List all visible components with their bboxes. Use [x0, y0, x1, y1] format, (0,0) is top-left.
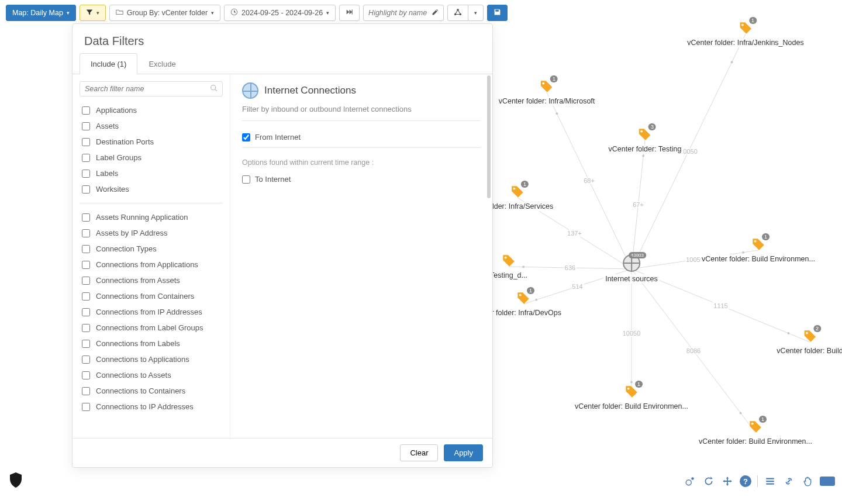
node-badge: 1 — [550, 75, 558, 82]
node-label: vCenter folder: Build Environmen... — [697, 437, 814, 446]
help-icon[interactable]: ? — [740, 475, 751, 487]
scrollbar[interactable] — [487, 75, 491, 198]
map-node[interactable]: 1vCenter folder: Build Environmen... — [697, 419, 814, 446]
group-by-button[interactable]: Group By: vCenter folder ▾ — [109, 5, 220, 21]
filter-item[interactable]: Worksites — [80, 181, 223, 197]
filter-item[interactable]: Connections to Containers — [80, 383, 223, 399]
node-badge: 43803 — [629, 252, 646, 258]
checkbox-input[interactable] — [82, 154, 90, 162]
checkbox-input[interactable] — [82, 292, 90, 301]
svg-point-35 — [211, 85, 216, 90]
filter-button[interactable]: ▾ — [80, 5, 106, 21]
panel-footer: Clear Apply — [73, 438, 492, 467]
filter-item[interactable]: Connections from Assets — [80, 272, 223, 288]
tab-include[interactable]: Include (1) — [80, 53, 137, 74]
graph-icon — [454, 8, 462, 18]
svg-point-22 — [740, 412, 742, 414]
checkbox-input[interactable] — [82, 185, 90, 194]
checkbox-input[interactable] — [82, 403, 90, 411]
pencil-icon[interactable] — [432, 9, 439, 18]
svg-point-30 — [519, 294, 522, 296]
globe-icon: 43803 — [623, 254, 640, 272]
checkbox-input[interactable] — [242, 175, 250, 184]
checkbox-input[interactable] — [82, 106, 90, 115]
save-button[interactable] — [487, 5, 508, 21]
filter-item[interactable]: Connections to Assets — [80, 367, 223, 383]
svg-line-13 — [509, 267, 632, 269]
checkbox-input[interactable] — [82, 387, 90, 395]
highlight-input[interactable] — [368, 9, 427, 17]
checkbox-input[interactable] — [82, 245, 90, 253]
globe-icon — [242, 82, 258, 99]
filter-item[interactable]: Connections to Applications — [80, 351, 223, 367]
checkbox-input[interactable] — [82, 308, 90, 316]
filter-item[interactable]: Connections from Label Groups — [80, 320, 223, 336]
link-icon[interactable] — [782, 475, 795, 488]
chevron-down-icon: ▾ — [474, 10, 477, 16]
internet-sources-node[interactable]: 43803 Internet sources — [603, 254, 660, 284]
edge-label: 10050 — [622, 330, 642, 337]
filter-item[interactable]: Connections from Containers — [80, 288, 223, 304]
filter-item[interactable]: Connection Types — [80, 241, 223, 257]
checkbox-input[interactable] — [82, 261, 90, 269]
search-filter-input[interactable] — [85, 85, 210, 93]
checkbox-input[interactable] — [82, 213, 90, 222]
checkbox-input[interactable] — [82, 324, 90, 332]
svg-line-15 — [523, 269, 632, 304]
checkbox-input[interactable] — [82, 170, 90, 178]
to-internet-checkbox[interactable]: To Internet — [242, 171, 481, 187]
map-node[interactable]: Testing_d... — [488, 253, 529, 280]
map-node[interactable]: 1vCenter folder: Build Environmen... — [700, 237, 817, 264]
node-label: vCenter folder: Infra/Jenkins_Nodes — [685, 38, 805, 47]
tab-exclude[interactable]: Exclude — [137, 53, 187, 74]
layout-dropdown-button[interactable]: ▾ — [468, 5, 484, 21]
filter-item[interactable]: Destination Ports — [80, 134, 223, 150]
filter-item[interactable]: Connections from Applications — [80, 257, 223, 272]
checkbox-input[interactable] — [82, 138, 90, 146]
fit-icon[interactable] — [721, 475, 734, 488]
checkbox-input[interactable] — [82, 277, 90, 285]
layout-button[interactable] — [447, 5, 468, 21]
checkbox-input[interactable] — [82, 340, 90, 348]
filter-item[interactable]: Assets Running Application — [80, 209, 223, 225]
filter-item-label: Connections to IP Addresses — [96, 402, 194, 411]
keyboard-icon[interactable] — [820, 477, 835, 486]
map-node[interactable]: 2vCenter folder: Build — [775, 329, 842, 355]
filter-item[interactable]: Connections to IP Addresses — [80, 399, 223, 415]
filter-item[interactable]: Label Groups — [80, 150, 223, 165]
pan-icon[interactable] — [801, 475, 814, 488]
filter-item[interactable]: Labels — [80, 165, 223, 181]
settings-icon[interactable] — [684, 475, 696, 488]
from-internet-checkbox[interactable]: From Internet — [242, 129, 481, 145]
date-range-label: 2024-09-25 - 2024-09-26 — [241, 9, 323, 17]
fast-forward-button[interactable] — [339, 5, 360, 21]
fast-forward-icon — [346, 8, 353, 18]
filter-item[interactable]: Connections from Labels — [80, 336, 223, 351]
svg-line-11 — [517, 198, 632, 269]
clear-button[interactable]: Clear — [400, 444, 438, 461]
checkbox-input[interactable] — [82, 355, 90, 364]
checkbox-input[interactable] — [82, 371, 90, 379]
refresh-icon[interactable] — [702, 475, 715, 488]
edge-label: 514 — [571, 283, 584, 290]
shield-icon[interactable] — [9, 472, 22, 488]
node-badge: 3 — [648, 123, 656, 130]
filter-item[interactable]: Connections from IP Addresses — [80, 304, 223, 320]
map-node[interactable]: 1vCenter folder: Infra/Microsoft — [497, 79, 597, 106]
filter-item[interactable]: Assets by IP Address — [80, 225, 223, 241]
checkbox-input[interactable] — [82, 122, 90, 130]
svg-point-10 — [642, 154, 644, 157]
map-node[interactable]: 1vCenter folder: Build Environmen... — [573, 384, 690, 411]
apply-button[interactable]: Apply — [444, 444, 483, 461]
map-node[interactable]: 3vCenter folder: Testing — [607, 127, 684, 154]
checkbox-input[interactable] — [82, 229, 90, 237]
svg-point-12 — [530, 205, 532, 208]
checkbox-input[interactable] — [242, 133, 250, 141]
date-range-button[interactable]: 2024-09-25 - 2024-09-26 ▾ — [224, 5, 336, 21]
map-node[interactable]: 1ter folder: Infra/DevOps — [484, 291, 563, 317]
map-select-button[interactable]: Map: Daily Map ▾ — [6, 5, 76, 21]
list-view-icon[interactable] — [764, 475, 777, 488]
filter-item[interactable]: Assets — [80, 118, 223, 134]
filter-item[interactable]: Applications — [80, 102, 223, 118]
panel-title: Data Filters — [73, 24, 492, 53]
